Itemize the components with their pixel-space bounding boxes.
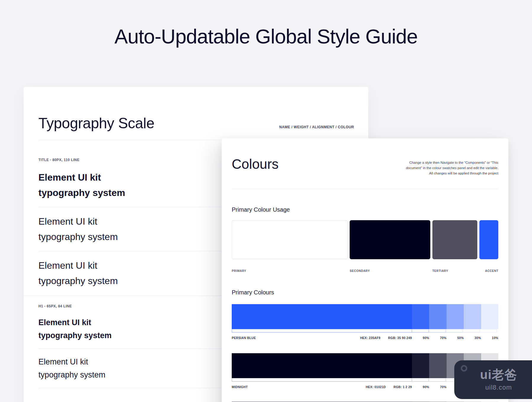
- typography-columns-header: NAME / WEIGHT / ALIGNMENT / COLOUR: [279, 125, 354, 129]
- swatch-caption: PRIMARY: [232, 269, 348, 273]
- colour-bar-tint-90: [412, 304, 429, 329]
- colours-card-header: Colours Change a style then Navigate to …: [232, 157, 498, 176]
- primary-colour-usage-heading: Primary Colour Usage: [232, 206, 498, 213]
- colours-title: Colours: [232, 157, 279, 172]
- style-guide-poster: Auto-Updatable Global Style Guide Typogr…: [0, 0, 532, 402]
- tint-percent: 10%: [481, 336, 498, 340]
- watermark-logo: ui老爸: [480, 369, 517, 381]
- tint-percent: 90%: [412, 336, 429, 340]
- colour-bar-tint-70: [429, 353, 446, 378]
- swatch-accent: [479, 220, 498, 259]
- colours-note: Change a style then Navigate to the “Com…: [406, 160, 498, 176]
- type-sample: Element UI kit typography system: [38, 355, 106, 381]
- colour-bar-base: [232, 353, 412, 378]
- colour-hex: HEX: 01021D: [366, 385, 386, 389]
- tint-percent: 70%: [429, 336, 446, 340]
- colour-bar-tint-50: [447, 304, 464, 329]
- ring-icon: [461, 365, 467, 372]
- colour-bar-tint-70: [429, 304, 446, 329]
- colour-bar-persian-blue: PERSIAN BLUE HEX: 235AF9 RGB: 35 90 249 …: [232, 304, 498, 340]
- colour-bar-tint-90: [412, 353, 429, 378]
- colour-usage-swatches: [232, 220, 498, 259]
- divider: [232, 189, 498, 189]
- swatch-tertiary: [432, 220, 477, 259]
- swatch-caption: ACCENT: [479, 269, 498, 273]
- colour-usage-captions: PRIMARY SECONDARY TERTIARY ACCENT: [232, 269, 498, 273]
- tint-percent: 70%: [429, 385, 446, 389]
- swatch-secondary: [350, 220, 430, 259]
- colour-name: PERSIAN BLUE: [232, 336, 256, 340]
- type-sample: Element UI kit typography system: [38, 316, 112, 342]
- page-title: Auto-Updatable Global Style Guide: [0, 25, 532, 48]
- watermark-badge: ui老爸 uil8.com: [454, 360, 532, 399]
- colour-bar-tint-10: [481, 304, 498, 329]
- colour-hex: HEX: 235AF9: [360, 336, 380, 340]
- colour-bar-labels: PERSIAN BLUE HEX: 235AF9 RGB: 35 90 249 …: [232, 336, 498, 340]
- tint-percent: 50%: [447, 336, 464, 340]
- typography-card-header: Typography Scale NAME / WEIGHT / ALIGNME…: [38, 115, 354, 132]
- colour-name: MIDNIGHT: [232, 385, 248, 389]
- typography-title: Typography Scale: [38, 115, 154, 132]
- swatch-caption: TERTIARY: [432, 269, 477, 273]
- colour-bar-tint-30: [464, 304, 481, 329]
- primary-colours-heading: Primary Colours: [232, 289, 498, 296]
- colour-rgb: RGB: 1 2 29: [394, 385, 412, 389]
- colour-rgb: RGB: 35 90 249: [388, 336, 412, 340]
- tint-percent: 30%: [464, 336, 481, 340]
- type-sample: Element UI kit typography system: [38, 258, 118, 288]
- tint-percent: 90%: [412, 385, 429, 389]
- colour-bar-base: [232, 304, 412, 329]
- type-sample: Element UI kit typography system: [38, 170, 125, 200]
- type-sample: Element UI kit typography system: [38, 214, 118, 244]
- colour-bar-outline-strip: [232, 329, 498, 333]
- watermark-site: uil8.com: [485, 384, 512, 391]
- colour-bar: [232, 304, 498, 329]
- swatch-primary: [232, 220, 348, 259]
- swatch-caption: SECONDARY: [350, 269, 430, 273]
